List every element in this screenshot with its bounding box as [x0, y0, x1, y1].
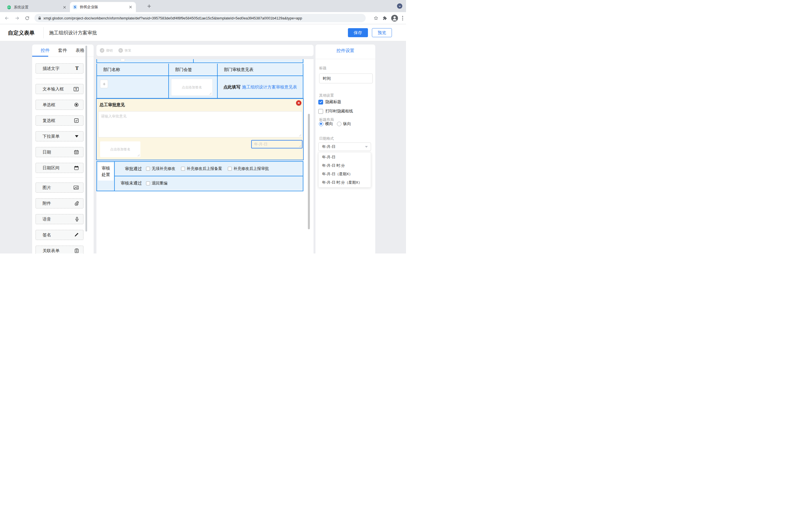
widget-item-icon: T	[75, 66, 79, 71]
add-row-button[interactable]	[100, 80, 108, 88]
tab-close-icon[interactable]	[128, 4, 133, 10]
widget-item-label: 下拉菜单	[43, 134, 75, 139]
canvas-scrollbar[interactable]	[308, 114, 310, 229]
widget-item[interactable]: 图片	[36, 182, 84, 193]
approval-comment-textarea[interactable]: 请输入审批意见	[98, 111, 302, 137]
browser-url-bar: xmgl.glodon.com/project-doc/workbench/xf…	[0, 12, 406, 24]
signature-field[interactable]: 点击添加签名	[100, 142, 140, 157]
column-header[interactable]: 部门会签	[169, 64, 218, 76]
widget-item[interactable]: 文本输入框 T	[36, 84, 84, 94]
address-input[interactable]: xmgl.glodon.com/project-doc/workbench/xf…	[35, 14, 366, 22]
widget-item[interactable]: 关联表单	[36, 245, 84, 253]
resize-handle-icon[interactable]	[137, 154, 140, 157]
widget-item-icon	[74, 233, 79, 237]
title-input[interactable]: 时间	[319, 73, 373, 83]
dropdown-option[interactable]: 年-月-日 时:分	[319, 161, 371, 170]
back-icon[interactable]	[3, 14, 11, 22]
checkbox-option[interactable]: 退回重编	[146, 181, 167, 186]
form-canvas: 部门名称 部门会签 部门审核意见表 点击添加签名 点此填写 施工组织设计方案审核…	[96, 59, 313, 253]
panel-title: 控件设置	[315, 48, 375, 54]
review-row-header: 审核 处置	[98, 163, 114, 180]
column-header[interactable]: 部门审核意见表	[218, 64, 303, 76]
dropdown-option[interactable]: 年-月-日（星期X）	[319, 170, 371, 178]
sidebar-tab[interactable]: 套件	[58, 48, 67, 54]
checkbox[interactable]	[318, 109, 323, 114]
checkbox[interactable]	[181, 167, 185, 171]
radio-label[interactable]: 纵向	[343, 121, 351, 126]
hide-title-option[interactable]: 隐藏标题	[318, 100, 341, 105]
widget-item[interactable]: 语音	[36, 214, 84, 224]
widget-item[interactable]: 日期区间	[36, 163, 84, 173]
checkbox[interactable]	[146, 167, 150, 171]
widget-item-icon	[74, 118, 79, 123]
fill-prefix-text: 点此填写	[223, 84, 241, 90]
extensions-icon[interactable]	[382, 16, 387, 20]
checkbox[interactable]	[228, 167, 232, 171]
preview-button[interactable]: 预览	[372, 28, 392, 37]
sidebar-group-divider	[36, 177, 84, 178]
dropdown-option[interactable]: 年-月-日 时:分（星期X）	[319, 178, 371, 187]
widget-item-icon	[75, 248, 79, 253]
radio-vertical[interactable]	[337, 122, 342, 126]
checkbox-label: 补充修改后上报审批	[234, 166, 269, 171]
review-pass-row: 审批通过 无须补充修改 补充修改后上报备案	[115, 162, 303, 176]
widget-item-icon: T	[73, 87, 79, 91]
date-field-selected[interactable]: 年-月-日	[251, 140, 303, 149]
checkbox[interactable]	[318, 100, 323, 105]
widget-item-label: 日期	[43, 150, 74, 155]
row-label: 审批通过	[115, 166, 142, 172]
dropdown-option[interactable]: 年-月-日	[319, 153, 371, 161]
checkbox-option[interactable]: 无须补充修改	[146, 166, 175, 171]
widget-item[interactable]: 签名	[36, 230, 84, 240]
resize-handle-icon[interactable]	[299, 134, 301, 136]
checkbox-option[interactable]: 补充修改后上报审批	[228, 166, 269, 171]
date-format-select[interactable]: 年-月-日	[318, 143, 371, 151]
review-form-link[interactable]: 施工组织设计方案审核意见表	[242, 84, 297, 90]
widget-item[interactable]: 描述文字 T	[36, 63, 84, 73]
profile-avatar[interactable]	[391, 15, 398, 22]
reload-icon[interactable]	[23, 14, 31, 22]
hide-border-on-print-option[interactable]: 打印时隐藏框线	[318, 109, 353, 114]
browser-update-badge[interactable]	[397, 3, 402, 9]
save-button[interactable]: 保存	[348, 28, 368, 37]
widget-item[interactable]: 日期	[36, 147, 84, 157]
radio-label[interactable]: 横向	[325, 121, 333, 126]
widget-settings-panel: 控件设置 标题 时间 其他设置 隐藏标题 打印时隐藏框线 标题布局 横向 纵向 …	[315, 45, 375, 253]
widget-item-icon	[75, 217, 79, 221]
undo-button[interactable]: ↺ 撤销	[100, 45, 113, 56]
radio-horizontal[interactable]	[319, 122, 323, 126]
bookmark-star-icon[interactable]	[373, 16, 378, 20]
widget-item-label: 签名	[43, 232, 74, 238]
browser-tab-strip: 系统设置 协筑企业版	[0, 0, 406, 12]
sidebar-scrollbar[interactable]	[86, 46, 87, 231]
resize-handle-icon[interactable]	[209, 93, 212, 95]
widget-item[interactable]: 复选框	[36, 115, 84, 126]
tab-close-icon[interactable]	[62, 5, 67, 10]
date-format-dropdown: 年-月-日 年-月-日 时:分 年-月-日（星期X） 年-月-日 时:分（星期X…	[318, 152, 371, 187]
delete-section-button[interactable]	[296, 100, 301, 106]
browser-tab[interactable]: 系统设置	[4, 3, 70, 12]
column-header[interactable]: 部门名称	[96, 64, 169, 76]
widget-item[interactable]: 单选框	[36, 100, 84, 110]
checkbox-option[interactable]: 补充修改后上报备案	[181, 166, 222, 171]
checkbox[interactable]	[146, 181, 150, 185]
resize-handle-icon[interactable]	[299, 145, 301, 147]
widget-item-label: 日期区间	[43, 165, 74, 171]
widget-item[interactable]: 下拉菜单	[36, 131, 84, 142]
browser-tab[interactable]: 协筑企业版	[70, 2, 136, 12]
chief-approval-section[interactable]: 总工审批意见 请输入审批意见 点击添加签名 年-月-日	[96, 99, 303, 160]
forward-icon[interactable]	[13, 14, 21, 22]
widget-item[interactable]: 附件	[36, 198, 84, 209]
new-tab-button[interactable]	[146, 3, 153, 10]
header-divider	[43, 27, 44, 38]
browser-tab-title: 协筑企业版	[80, 4, 128, 10]
signature-field[interactable]: 点击添加签名	[171, 79, 213, 96]
widget-item-icon	[74, 103, 79, 107]
screen: 系统设置 协筑企业版 xmgl.glodon.com/project-doc/w…	[0, 0, 406, 253]
sidebar-tab[interactable]: 表格	[75, 48, 85, 54]
browser-menu-icon[interactable]	[402, 16, 403, 20]
redo-button[interactable]: ↻ 恢复	[118, 45, 132, 56]
date-format-label: 日期格式	[319, 136, 334, 141]
url-text: xmgl.glodon.com/project-doc/workbench/xf…	[43, 16, 302, 20]
sidebar-tab[interactable]: 控件	[41, 48, 50, 54]
